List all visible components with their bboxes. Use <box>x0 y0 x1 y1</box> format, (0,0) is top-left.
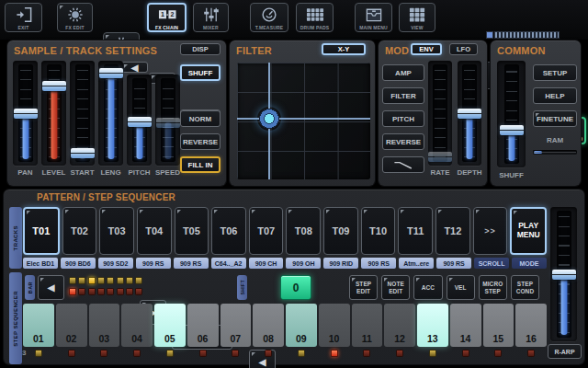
common-help-button[interactable]: HELP <box>533 87 577 104</box>
slider-handle[interactable] <box>552 270 576 280</box>
common-setup-button[interactable]: SETUP <box>533 64 577 81</box>
mod-filter-button[interactable]: FILTER <box>382 87 424 104</box>
track-button-t02[interactable]: T02 <box>62 207 97 255</box>
slider-handle[interactable] <box>128 117 152 127</box>
track-sample-badge[interactable]: 909 OH <box>286 258 321 269</box>
edit-bar-indicator-2[interactable] <box>78 277 85 284</box>
toolbar-button-fx-edit[interactable]: FX EDIT <box>57 3 93 32</box>
step-01[interactable]: 01 <box>23 304 54 347</box>
level-slider[interactable] <box>41 61 66 166</box>
slider-handle[interactable] <box>458 109 481 119</box>
edit-bar-indicator-7[interactable] <box>126 277 133 284</box>
play-bar-indicator-3[interactable] <box>88 288 96 295</box>
mod-rate-slider[interactable] <box>428 61 452 166</box>
track-button-t11[interactable]: T11 <box>398 207 433 255</box>
reverse-button[interactable]: REVERSE <box>180 133 220 150</box>
play-bar-indicator-5[interactable] <box>107 288 114 295</box>
slider-handle[interactable] <box>428 152 452 162</box>
toolbar-button-t-measure[interactable]: T.MEASURE <box>250 3 288 32</box>
play-bar-indicator-2[interactable] <box>78 288 85 295</box>
toolbar-button-view[interactable]: VIEW <box>399 3 435 32</box>
common-finetune-button[interactable]: FINETUNE <box>533 110 577 127</box>
mod-amp-button[interactable]: AMP <box>382 64 424 81</box>
track-scroll-button[interactable]: >> <box>473 207 508 255</box>
play-bar-indicator-6[interactable] <box>117 288 124 295</box>
step-14[interactable]: 14 <box>450 304 481 347</box>
toolbar-button-main-menu[interactable]: MAIN MENU <box>355 3 392 32</box>
play-bar-indicator-4[interactable] <box>97 288 105 295</box>
bar-prev-button[interactable]: ◀ <box>38 275 64 300</box>
filter-xy-pad[interactable] <box>237 63 370 179</box>
track-sample-badge[interactable]: 909 SD2 <box>98 258 133 269</box>
track-sample-badge[interactable]: 909 RID <box>323 258 358 269</box>
pitch-prev-button[interactable]: ◀ <box>121 62 148 73</box>
toolbar-button-mixer[interactable]: MIXER <box>193 3 229 32</box>
step-09[interactable]: 09 <box>286 304 317 347</box>
acc-button[interactable]: ACC <box>413 275 442 300</box>
play-bar-indicator-1[interactable] <box>69 288 76 295</box>
step-cond-button[interactable]: STEP COND <box>511 275 539 300</box>
track-button-t12[interactable]: T12 <box>435 207 470 255</box>
edit-bar-indicator-5[interactable] <box>107 277 114 284</box>
slider-handle[interactable] <box>156 118 180 128</box>
edit-bar-indicator-3[interactable] <box>88 277 96 284</box>
r-arp-button[interactable]: R-ARP <box>548 344 582 359</box>
start-slider[interactable] <box>70 61 95 166</box>
toolbar-button-drum-pads[interactable]: DRUM PADS <box>296 3 334 32</box>
track-sample-badge[interactable]: 909 RS <box>436 258 471 269</box>
track-sample-badge[interactable]: 909 CH <box>249 258 284 269</box>
track-button-t05[interactable]: T05 <box>175 207 209 255</box>
xy-cursor-knob[interactable] <box>257 107 281 131</box>
vel-button[interactable]: VEL <box>447 275 475 300</box>
disp-button[interactable]: DISP <box>180 43 220 55</box>
slider-handle[interactable] <box>99 68 123 78</box>
track-button-t07[interactable]: T07 <box>249 207 284 255</box>
pattern-level-slider[interactable] <box>550 207 577 341</box>
mod-tab-lfo[interactable]: LFO <box>449 43 478 55</box>
edit-bar-indicator-6[interactable] <box>117 277 124 284</box>
track-button-t03[interactable]: T03 <box>99 207 134 255</box>
track-button-t01[interactable]: T01 <box>23 207 60 255</box>
track-sample-badge[interactable]: Elec BD1 <box>23 258 58 269</box>
pitch-slider[interactable] <box>127 75 152 166</box>
step-08[interactable]: 08 <box>253 304 284 347</box>
slider-handle[interactable] <box>71 148 95 158</box>
step-edit-button[interactable]: STEP EDIT <box>349 275 378 300</box>
norm-button[interactable]: NORM <box>180 110 220 127</box>
edit-bar-indicator-1[interactable] <box>69 277 76 284</box>
toolbar-button-fx-chain[interactable]: 12FX CHAIN <box>147 3 187 32</box>
edit-bar-indicator-8[interactable] <box>135 277 142 284</box>
envelope-shape-button[interactable] <box>382 156 424 173</box>
micro-step-button[interactable]: MICRO STEP <box>479 275 507 300</box>
slider-handle[interactable] <box>500 125 524 135</box>
common-shuffle-slider[interactable] <box>497 61 526 167</box>
mod-tab-env[interactable]: ENV <box>411 43 442 55</box>
mod-reverse-button[interactable]: REVERSE <box>382 133 424 150</box>
track-sample-badge[interactable]: 909 RS <box>174 258 209 269</box>
toolbar-button-exit[interactable]: EXIT <box>5 3 42 32</box>
pan-slider[interactable] <box>13 61 38 166</box>
leng-slider[interactable] <box>98 61 123 166</box>
track-sample-badge[interactable]: 909 BD6 <box>61 258 96 269</box>
step-12[interactable]: 12 <box>384 304 415 347</box>
fill-in-button[interactable]: FILL IN <box>180 156 220 173</box>
step-06[interactable]: 06 <box>187 304 219 347</box>
mod-pitch-button[interactable]: PITCH <box>382 110 424 127</box>
step-05[interactable]: 05 <box>154 304 186 347</box>
step-13[interactable]: 13 <box>417 304 448 347</box>
step-04[interactable]: 04 <box>121 304 153 347</box>
track-sample-badge[interactable]: C64.._A2 <box>211 258 246 269</box>
slider-handle[interactable] <box>42 81 66 91</box>
edit-bar-indicator-4[interactable] <box>97 277 105 284</box>
play-menu-button[interactable]: PLAYMENU <box>510 207 547 255</box>
speed-slider[interactable] <box>155 75 180 166</box>
track-button-t09[interactable]: T09 <box>323 207 358 255</box>
track-sample-badge[interactable]: 909 RS <box>136 258 171 269</box>
track-button-t10[interactable]: T10 <box>361 207 396 255</box>
step-07[interactable]: 07 <box>220 304 252 347</box>
track-sample-badge[interactable]: Atm..ere <box>399 258 434 269</box>
track-button-t04[interactable]: T04 <box>137 207 172 255</box>
shuff-button[interactable]: SHUFF <box>180 64 220 81</box>
xy-mode-button[interactable]: X-Y <box>322 43 366 55</box>
step-10[interactable]: 10 <box>319 304 350 347</box>
